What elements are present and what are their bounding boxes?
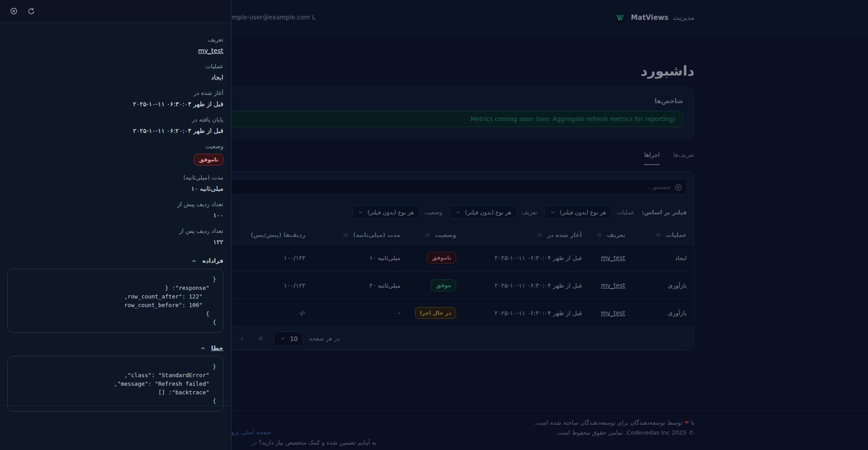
filter-caption: فیلتر بر اساس: — [642, 209, 687, 216]
brand-prefix: مدیریت — [673, 14, 694, 22]
footer-credits: با ❤ توسط توسعه‌دهندگان برای توسعه‌دهندگ… — [534, 418, 694, 438]
field-rows-after: تعداد ردیف پس از ۱۲۲ — [7, 227, 223, 246]
filter-status-value: هر نوع (بدون فیلتر) — [368, 209, 414, 216]
copyright-line: © Codevedas Inc 2025. تمامی حقوق محفوظ ا… — [534, 428, 694, 438]
field-status: وضعیت ناموفق — [7, 143, 223, 166]
status-badge: ناموفق — [427, 252, 456, 264]
brand[interactable]: MatViews مدیریت — [614, 12, 694, 24]
col-started-at[interactable]: آغاز شده در — [463, 227, 589, 244]
chevron-up-icon — [191, 258, 197, 264]
metrics-title: شاخص‌ها — [185, 97, 683, 104]
filter-definition-value: هر نوع (بدون فیلتر) — [465, 209, 511, 216]
filter-operation-label: عملیات — [616, 209, 634, 216]
per-page-value: 10 — [290, 335, 297, 342]
chevron-up-icon — [200, 346, 206, 351]
filter-bars-icon[interactable] — [343, 232, 349, 238]
filter-status-label: وضعیت — [424, 209, 442, 216]
filter-bars-icon[interactable] — [537, 232, 542, 238]
status-badge: موفق — [431, 279, 456, 291]
chevron-down-icon — [550, 210, 555, 215]
metrics-coming-soon-banner: Metrics coming soon (see: Aggregate refr… — [185, 111, 683, 127]
table-row[interactable]: ایجاد mv_test ۲۰۲۵-۱۰-۱۱ ۰۶:۳۰:۰۴ قبل از… — [174, 244, 694, 272]
col-definition[interactable]: تعریف — [589, 227, 632, 244]
filter-bars-icon[interactable] — [656, 232, 661, 238]
pagination-bar: در هر صفحه 10 — [174, 327, 694, 350]
error-title: خطا — [211, 345, 223, 351]
drawer-footer-divider — [0, 406, 231, 406]
search-input[interactable] — [181, 179, 687, 194]
definition-link[interactable]: mv_test — [198, 47, 223, 54]
field-rows-before: تعداد ردیف پیش از ۱۰۰ — [7, 201, 223, 219]
brand-name: MatViews — [631, 14, 668, 22]
field-operation: عملیات ایجاد — [7, 63, 223, 81]
filter-operation-value: هر نوع (بدون فیلتر) — [560, 209, 606, 216]
col-status[interactable]: وضعیت — [408, 227, 463, 244]
support-line: به آپتایم تضمین شده و کمک متخصص نیاز دار… — [251, 439, 377, 446]
chevron-down-icon — [456, 210, 461, 215]
per-page-select[interactable]: 10 — [274, 332, 303, 346]
drawer-header — [0, 0, 231, 23]
search-bar — [174, 172, 694, 202]
filter-operation-select[interactable]: هر نوع (بدون فیلتر) — [544, 205, 612, 219]
filter-bars-icon[interactable] — [596, 232, 602, 238]
field-definition: تعریف mv_test — [7, 36, 223, 54]
clear-search-icon[interactable] — [675, 184, 682, 191]
definition-link[interactable]: mv_test — [601, 309, 625, 317]
metrics-card: شاخص‌ها Metrics coming soon (see: Aggreg… — [174, 88, 694, 138]
per-page-label: در هر صفحه — [309, 335, 340, 342]
status-badge: در حال اجرا — [415, 307, 456, 319]
tab-definitions[interactable]: تعریف‌ها — [673, 151, 694, 165]
table-header-row: عملیات تعریف آغاز شده در وضعیت مدت (میلی… — [174, 227, 694, 244]
table-row[interactable]: بازآوری mv_test ۲۰۲۵-۱۰-۱۱ ۰۶:۳۰:۰۴ قبل … — [174, 272, 694, 299]
filter-row: فیلتر بر اساس: عملیات هر نوع (بدون فیلتر… — [174, 202, 694, 227]
error-code-block: { "class": "StandardError", "message": "… — [7, 356, 223, 412]
col-rows[interactable]: ردیف‌ها (پیش/پس) — [243, 227, 312, 244]
field-finished-at: پایان یافته در ۲۰۲۵-۱۰-۱۱ ۰۶:۲۰:۰۴ قبل ا… — [7, 116, 223, 134]
runs-table: عملیات تعریف آغاز شده در وضعیت مدت (میلی… — [174, 227, 694, 327]
support-link[interactable]: در — [251, 439, 257, 446]
signed-in-user: با example-user@example.com — [221, 14, 316, 21]
filter-bars-icon[interactable] — [425, 232, 430, 238]
project-home-link[interactable]: صفحه اصلی پروژ — [229, 429, 271, 436]
refresh-icon[interactable] — [28, 8, 35, 15]
metadata-section-header[interactable]: فراداده — [7, 257, 223, 264]
metadata-json: { "response": { "row_count_after": 122, … — [14, 275, 216, 327]
chevron-down-icon — [280, 336, 285, 341]
close-circle-icon[interactable] — [10, 7, 18, 15]
tab-runs[interactable]: اجراها — [644, 151, 660, 165]
field-started-at: آغاز شده در ۲۰۲۵-۱۰-۱۱ ۰۶:۳۰:۰۴ قبل از ظ… — [7, 90, 223, 108]
definition-link[interactable]: mv_test — [601, 254, 625, 261]
error-section-header[interactable]: خطا — [7, 345, 223, 351]
definition-link[interactable]: mv_test — [601, 282, 625, 289]
filter-status-select[interactable]: هر نوع (بدون فیلتر) — [352, 205, 420, 219]
table-row[interactable]: بازآوری mv_test ۲۰۲۵-۱۰-۱۱ ۰۶:۳۰:۰۴ قبل … — [174, 299, 694, 327]
chevron-right-single-icon[interactable] — [236, 332, 249, 345]
filter-definition-label: تعریف — [522, 209, 537, 216]
chevron-down-icon — [358, 210, 363, 215]
status-badge: ناموفق — [194, 154, 223, 166]
runs-card: فیلتر بر اساس: عملیات هر نوع (بدون فیلتر… — [174, 171, 694, 351]
error-json: { "class": "StandardError", "message": "… — [14, 362, 216, 405]
heart-icon: ❤ — [684, 419, 689, 426]
filter-definition-select[interactable]: هر نوع (بدون فیلتر) — [450, 205, 517, 219]
chevron-right-double-icon[interactable] — [255, 332, 268, 345]
made-with-love-line: با ❤ توسط توسعه‌دهندگان برای توسعه‌دهندگ… — [534, 418, 694, 428]
brand-v-icon — [614, 12, 626, 24]
app-root: MatViews مدیریت با example-user@example.… — [0, 0, 868, 450]
run-details-drawer: تعریف mv_test عملیات ایجاد آغاز شده در ۲… — [0, 0, 231, 450]
page-title: داشبورد — [174, 63, 694, 79]
field-duration: مدت (میلی‌ثانیه) ۱۰ میلی‌ثانیه — [7, 174, 223, 192]
tabs: تعریف‌ها اجراها — [174, 151, 694, 165]
metadata-title: فراداده — [202, 257, 223, 264]
metadata-code-block: { "response": { "row_count_after": 122, … — [7, 269, 223, 333]
col-operation[interactable]: عملیات — [632, 227, 694, 244]
col-duration[interactable]: مدت (میلی‌ثانیه) — [313, 227, 408, 244]
